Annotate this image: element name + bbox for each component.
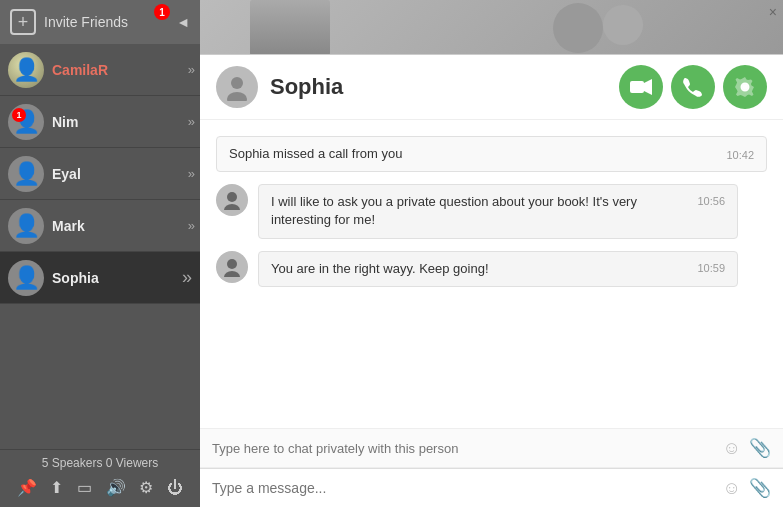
svg-point-7 [224,204,240,210]
screen-icon[interactable]: ▭ [77,478,92,497]
messages-area: Sophia missed a call from you 10:42 I wi… [200,120,783,428]
avatar: 👤 [8,260,44,296]
contact-name: Sophia [52,270,182,286]
message-row: You are in the right wayy. Keep going! 1… [216,251,767,287]
contact-item[interactable]: 👤 CamilaR » [0,44,200,96]
settings-button[interactable] [723,65,767,109]
message-time: 10:56 [697,195,725,207]
add-icon: + [10,9,36,35]
banner-image [200,0,783,54]
chat-contact-name: Sophia [270,74,619,100]
contact-expand-icon: » [188,166,192,181]
svg-point-9 [224,271,240,277]
emoji-icon[interactable]: ☺ [723,478,741,499]
contact-item[interactable]: 👤 Eyal » [0,148,200,200]
emoji-icon[interactable]: ☺ [723,438,741,459]
pin-icon[interactable]: 📌 [17,478,37,497]
message-text: I will like to ask you a private questio… [271,193,677,229]
contact-name: CamilaR [52,62,188,78]
contact-name: Eyal [52,166,188,182]
sidebar: + Invite Friends 1 ◄ 👤 CamilaR » 👤 1 Nim… [0,0,200,507]
avatar: 👤 [8,156,44,192]
contact-badge: 1 [12,108,26,122]
attachment-icon[interactable]: 📎 [749,437,771,459]
main-input-bar: ☺ 📎 [200,468,783,507]
avatar: 👤 1 [8,104,44,140]
contact-expand-icon: » [188,62,192,77]
banner-person2 [553,3,603,53]
contact-item[interactable]: 👤 1 Nim » [0,96,200,148]
svg-point-8 [227,259,237,269]
invite-badge: 1 [154,4,170,20]
mic-icon[interactable]: 🔊 [106,478,126,497]
message-bubble: I will like to ask you a private questio… [258,184,738,238]
contact-expand-icon: » [188,218,192,233]
contact-item-sophia[interactable]: 👤 Sophia » [0,252,200,304]
svg-rect-2 [630,81,644,93]
message-time: 10:59 [697,262,725,274]
message-text: Sophia missed a call from you [229,145,726,163]
contact-list: 👤 CamilaR » 👤 1 Nim » 👤 Eyal » 👤 [0,44,200,449]
speakers-info: 5 Speakers 0 Viewers [10,456,190,470]
contact-expand-icon: » [188,114,192,129]
banner-person3 [603,5,643,45]
top-banner: × [200,0,783,55]
avatar: 👤 [8,52,44,88]
main-message-input[interactable] [212,480,715,496]
svg-point-6 [227,192,237,202]
contact-expand-icon: » [182,267,192,288]
invite-arrow-icon: ◄ [176,14,190,30]
message-avatar [216,251,248,283]
footer-icons: 📌 ⬆ ▭ 🔊 ⚙ ⏻ [10,474,190,501]
video-call-button[interactable] [619,65,663,109]
chat-avatar [216,66,258,108]
phone-call-button[interactable] [671,65,715,109]
svg-marker-3 [644,79,652,95]
upload-icon[interactable]: ⬆ [50,478,63,497]
contact-item[interactable]: 👤 Mark » [0,200,200,252]
main-chat-panel: × Sophia [200,0,783,507]
private-input-bar: ☺ 📎 [200,428,783,468]
invite-friends-button[interactable]: + Invite Friends 1 ◄ [0,0,200,44]
attachment-icon[interactable]: 📎 [749,477,771,499]
banner-person1 [250,0,330,55]
avatar: 👤 [8,208,44,244]
contact-name: Nim [52,114,188,130]
svg-point-1 [227,92,247,101]
svg-point-0 [231,77,243,89]
contact-name: Mark [52,218,188,234]
close-button[interactable]: × [769,4,777,20]
sidebar-footer: 5 Speakers 0 Viewers 📌 ⬆ ▭ 🔊 ⚙ ⏻ [0,449,200,507]
power-icon[interactable]: ⏻ [167,479,183,497]
chat-header: Sophia [200,55,783,120]
message-text: You are in the right wayy. Keep going! [271,260,677,278]
message-row: I will like to ask you a private questio… [216,184,767,238]
message-avatar [216,184,248,216]
header-actions [619,65,767,109]
message-time: 10:42 [726,149,754,161]
message-bubble: You are in the right wayy. Keep going! 1… [258,251,738,287]
system-message: Sophia missed a call from you 10:42 [216,136,767,172]
settings-icon[interactable]: ⚙ [139,478,153,497]
private-chat-input[interactable] [212,441,715,456]
